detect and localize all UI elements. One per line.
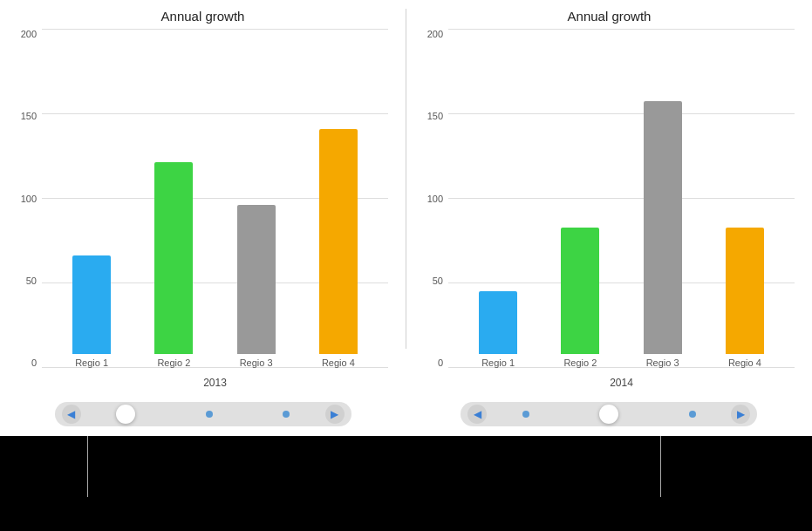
y-label: 0	[31, 357, 37, 368]
slider-track-left: ◀ ▶	[55, 402, 351, 426]
chart-right-y-axis: 200 150 100 50 0	[424, 29, 448, 392]
chart-left-container: Annual growth 200 150 100 50 0	[0, 0, 406, 392]
charts-area: Annual growth 200 150 100 50 0	[0, 0, 812, 392]
bar-label: Regio 4	[322, 357, 355, 368]
y-label: 0	[438, 357, 443, 368]
y-label: 200	[21, 29, 37, 39]
y-label: 50	[433, 276, 443, 286]
black-bottom	[0, 436, 812, 531]
bars-left: Regio 1 Regio 2 Regio 3 Regio 4	[42, 29, 388, 368]
bar-group: Regio 2	[154, 162, 193, 368]
bar-regio2-right	[561, 228, 599, 354]
chart-left-year: 2013	[42, 377, 388, 389]
slider-thumb-right[interactable]	[599, 405, 618, 424]
chart-left-y-axis: 200 150 100 50 0	[17, 29, 42, 392]
bar-group: Regio 2	[561, 228, 599, 368]
annotation-line-left	[87, 436, 88, 497]
chart-right-title: Annual growth	[568, 9, 652, 24]
slider-right-arrow-right[interactable]: ▶	[731, 405, 750, 424]
bar-group: Regio 1	[479, 291, 517, 369]
chart-right-plot: Regio 1 Regio 2 Regio 3 Regio 4	[448, 29, 795, 392]
y-label: 100	[21, 194, 37, 204]
slider-inner-left	[81, 405, 325, 424]
bar-regio1-left	[72, 255, 111, 354]
bar-label: Regio 4	[728, 357, 761, 368]
chart-left-title: Annual growth	[161, 9, 245, 24]
slider-track-right: ◀ ▶	[461, 402, 757, 426]
slider-dot	[283, 411, 290, 418]
bar-group: Regio 3	[644, 101, 682, 368]
bar-regio4-left	[319, 129, 358, 354]
y-label: 150	[427, 111, 443, 121]
slider-left-arrow-left[interactable]: ◀	[62, 405, 81, 424]
slider-dot	[522, 411, 529, 418]
y-label: 50	[26, 276, 37, 286]
slider-row: ◀ ▶ ◀ ▶	[0, 392, 812, 436]
slider-panel-right: ◀ ▶	[406, 392, 813, 436]
bars-right: Regio 1 Regio 2 Regio 3 Regio 4	[448, 29, 795, 368]
bar-group: Regio 4	[319, 129, 358, 368]
bar-regio1-right	[479, 291, 517, 355]
chart-left-plot: Regio 1 Regio 2 Regio 3 Regio 4	[42, 29, 388, 392]
bar-label: Regio 1	[75, 357, 108, 368]
bar-regio4-right	[726, 228, 764, 354]
slider-thumb-left[interactable]	[116, 405, 135, 424]
bar-regio3-right	[644, 101, 682, 354]
bar-label: Regio 3	[646, 357, 679, 368]
annotation-line-right	[660, 436, 661, 497]
y-label: 150	[21, 111, 37, 121]
chart-right-container: Annual growth 200 150 100 50 0	[406, 0, 812, 392]
slider-right-arrow-left[interactable]: ▶	[325, 405, 345, 424]
bar-label: Regio 2	[563, 357, 597, 368]
slider-dot	[689, 411, 696, 418]
chart-left-area: 200 150 100 50 0 Regio 1	[17, 29, 388, 392]
y-label: 100	[427, 194, 443, 204]
bar-regio2-left	[154, 162, 193, 354]
chart-right-year: 2014	[448, 377, 795, 389]
bar-label: Regio 2	[157, 357, 190, 368]
bar-group: Regio 1	[72, 255, 111, 368]
slider-dot	[206, 411, 213, 418]
bar-label: Regio 1	[481, 357, 515, 368]
y-label: 200	[427, 29, 443, 39]
bar-group: Regio 4	[726, 228, 764, 368]
slider-left-arrow-right[interactable]: ◀	[467, 405, 487, 424]
bar-group: Regio 3	[237, 205, 276, 368]
bar-regio3-left	[237, 205, 276, 354]
bar-label: Regio 3	[240, 357, 273, 368]
slider-inner-right	[487, 405, 731, 424]
chart-right-area: 200 150 100 50 0 Regio 1	[424, 29, 795, 392]
slider-panel-left: ◀ ▶	[0, 392, 406, 436]
